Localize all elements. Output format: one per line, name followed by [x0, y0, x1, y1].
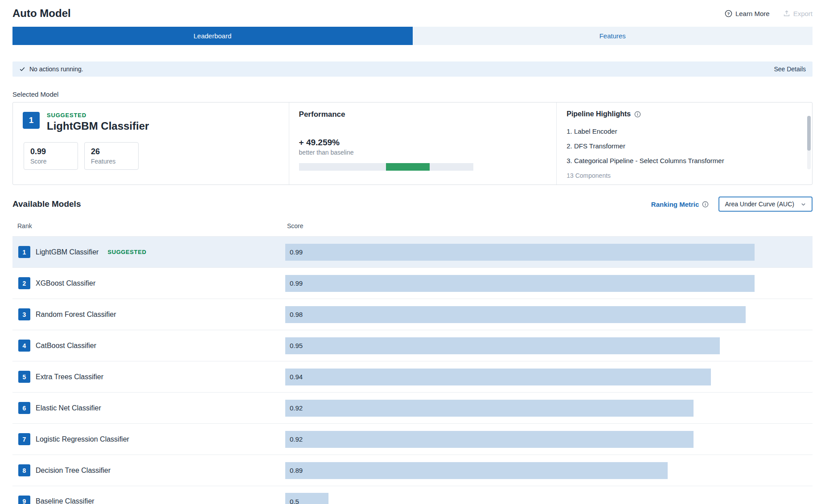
model-name: Random Forest Classifier	[36, 311, 116, 319]
score-column-header: Score	[285, 222, 813, 229]
table-row[interactable]: 9 Baseline Classifier 0.5	[12, 486, 813, 504]
learn-more-button[interactable]: ? Learn More	[725, 10, 770, 17]
score-bar: 0.99	[285, 244, 755, 261]
info-icon[interactable]	[634, 111, 641, 118]
score-value: 0.92	[290, 404, 303, 412]
score-bar: 0.99	[285, 275, 755, 292]
pipeline-list: 1. Label Encoder2. DFS Transformer3. Cat…	[566, 124, 802, 168]
score-value: 0.98	[290, 311, 303, 318]
tab-leaderboard[interactable]: Leaderboard	[12, 27, 413, 45]
score-value: 0.5	[290, 498, 299, 504]
scrollbar-thumb[interactable]	[807, 116, 811, 151]
chevron-down-icon	[800, 201, 806, 207]
pipeline-step: 3. Categorical Pipeline - Select Columns…	[566, 153, 802, 168]
pipeline-components-count: 13 Components	[566, 172, 611, 179]
pipeline-step: 1. Label Encoder	[566, 124, 802, 139]
rank-badge: 6	[18, 402, 30, 414]
table-row[interactable]: 3 Random Forest Classifier 0.98	[12, 299, 813, 330]
table-row[interactable]: 1 LightGBM Classifier SUGGESTED 0.99	[12, 236, 813, 267]
score-bar: 0.5	[285, 493, 328, 504]
table-row[interactable]: 6 Elastic Net Classifier 0.92	[12, 392, 813, 423]
table-row[interactable]: 4 CatBoost Classifier 0.95	[12, 330, 813, 361]
selected-rank-badge: 1	[23, 112, 40, 129]
performance-bar	[299, 163, 473, 171]
score-bar: 0.95	[285, 337, 720, 354]
see-details-link[interactable]: See Details	[774, 66, 806, 73]
table-row[interactable]: 5 Extra Trees Classifier 0.94	[12, 361, 813, 392]
performance-title: Performance	[299, 110, 547, 119]
rank-badge: 7	[18, 433, 30, 445]
score-cell: 0.99	[285, 275, 813, 292]
rank-column-header: Rank	[12, 222, 285, 229]
rank-badge: 1	[18, 246, 30, 258]
leaderboard-rows: 1 LightGBM Classifier SUGGESTED 0.99 2 X…	[12, 236, 813, 504]
performance-panel: Performance + 49.259% better than baseli…	[289, 102, 557, 184]
table-row[interactable]: 2 XGBoost Classifier 0.99	[12, 267, 813, 299]
topbar-actions: ? Learn More Export	[725, 10, 813, 17]
status-message: No actions running.	[29, 66, 83, 73]
score-value: 0.92	[290, 435, 303, 443]
upload-icon	[783, 10, 790, 17]
rank-badge: 5	[18, 371, 30, 383]
selected-model-name: LightGBM Classifier	[47, 120, 149, 132]
score-value: 0.99	[30, 147, 71, 156]
score-label: Score	[30, 158, 71, 165]
rank-badge: 8	[18, 464, 30, 476]
leaderboard-table-header: Rank Score	[12, 222, 813, 236]
metric-dropdown[interactable]: Area Under Curve (AUC)	[718, 197, 813, 212]
score-value: 0.99	[290, 248, 303, 256]
performance-delta: + 49.259%	[299, 138, 547, 148]
model-name: Elastic Net Classifier	[36, 404, 101, 412]
page-title: Auto Model	[12, 7, 71, 20]
model-name: LightGBM Classifier	[36, 248, 99, 256]
tab-bar: Leaderboard Features	[12, 27, 813, 45]
table-row[interactable]: 7 Logistic Regression Classifier 0.92	[12, 423, 813, 455]
score-value: 0.89	[290, 467, 303, 474]
score-cell: 0.5	[285, 493, 813, 504]
ranking-metric-link[interactable]: Ranking Metric	[651, 201, 709, 208]
performance-bar-fill	[386, 163, 430, 171]
score-bar: 0.98	[285, 306, 746, 323]
metric-dropdown-value: Area Under Curve (AUC)	[725, 201, 794, 208]
features-stat: 26 Features	[84, 142, 139, 170]
performance-subtitle: better than baseline	[299, 149, 547, 156]
export-button[interactable]: Export	[783, 10, 813, 17]
rank-badge: 3	[18, 308, 30, 320]
selected-model-stats: 0.99 Score 26 Features	[23, 142, 279, 170]
score-value: 0.99	[290, 279, 303, 287]
available-models-header: Available Models Ranking Metric Area Und…	[12, 197, 813, 212]
score-stat: 0.99 Score	[24, 142, 78, 170]
score-bar: 0.89	[285, 462, 668, 479]
table-row[interactable]: 8 Decision Tree Classifier 0.89	[12, 455, 813, 486]
score-bar: 0.92	[285, 431, 694, 448]
suggested-tag: SUGGESTED	[107, 249, 146, 255]
learn-more-label: Learn More	[735, 10, 770, 17]
pipeline-panel: Pipeline Highlights 1. Label Encoder2. D…	[556, 102, 812, 184]
score-cell: 0.92	[285, 431, 813, 448]
score-bar: 0.92	[285, 400, 694, 417]
model-cell: 4 CatBoost Classifier	[12, 340, 285, 352]
pipeline-scrollbar[interactable]	[807, 116, 811, 169]
status-bar: No actions running. See Details	[12, 61, 813, 77]
selected-model-label: Selected Model	[12, 90, 813, 98]
model-cell: 3 Random Forest Classifier	[12, 308, 285, 320]
tab-features[interactable]: Features	[413, 27, 813, 45]
score-cell: 0.99	[285, 244, 813, 261]
score-cell: 0.89	[285, 462, 813, 479]
suggested-label: SUGGESTED	[47, 112, 149, 119]
topbar: Auto Model ? Learn More Export	[12, 0, 813, 20]
model-cell: 1 LightGBM Classifier SUGGESTED	[12, 246, 285, 258]
model-name: Logistic Regression Classifier	[36, 435, 129, 443]
model-name: Decision Tree Classifier	[36, 467, 111, 475]
check-icon	[19, 66, 25, 72]
selected-model-summary: 1 SUGGESTED LightGBM Classifier 0.99 Sco…	[13, 102, 289, 184]
model-cell: 7 Logistic Regression Classifier	[12, 433, 285, 445]
score-cell: 0.95	[285, 337, 813, 354]
model-cell: 5 Extra Trees Classifier	[12, 371, 285, 383]
score-value: 0.95	[290, 342, 303, 349]
score-value: 0.94	[290, 373, 303, 381]
model-cell: 6 Elastic Net Classifier	[12, 402, 285, 414]
rank-badge: 2	[18, 277, 30, 289]
selected-model-card: 1 SUGGESTED LightGBM Classifier 0.99 Sco…	[12, 102, 813, 185]
export-label: Export	[793, 10, 813, 17]
